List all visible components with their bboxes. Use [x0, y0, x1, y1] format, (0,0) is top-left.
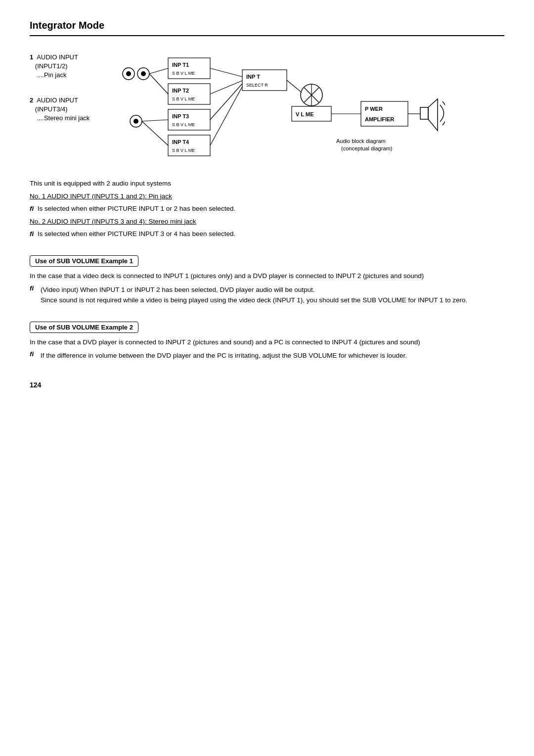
svg-text:S B V L ME: S B V L ME	[172, 96, 195, 101]
svg-line-26	[210, 81, 242, 94]
page-number: 124	[30, 381, 504, 389]
input-1-number: 1	[30, 53, 33, 61]
svg-text:INP T3: INP T3	[172, 113, 189, 119]
page-title: Integrator Mode	[30, 20, 104, 31]
example-1-body: In the case that a video deck is connect…	[30, 271, 504, 282]
example-1-section: Use of SUB VOLUME Example 1 In the case …	[30, 249, 504, 306]
intro-link2: No. 2 AUDIO INPUT (INPUTS 3 and 4): Ster…	[30, 218, 196, 225]
intro-line4: No. 2 AUDIO INPUT (INPUTS 3 and 4): Ster…	[30, 216, 504, 227]
svg-line-28	[210, 87, 242, 145]
intro-link1: No. 1 AUDIO INPUT (INPUTS 1 and 2): Pin …	[30, 192, 172, 200]
intro-line2: No. 1 AUDIO INPUT (INPUTS 1 and 2): Pin …	[30, 191, 504, 202]
example-2-body: In the case that a DVD player is connect…	[30, 337, 504, 348]
example-1-label: Use of SUB VOLUME Example 1	[30, 255, 138, 267]
svg-point-1	[126, 71, 131, 76]
example-2-bullet: fi If the difference in volume between t…	[30, 350, 504, 361]
svg-text:INP T1: INP T1	[172, 62, 189, 68]
input-2-name: AUDIO INPUT	[37, 96, 78, 104]
svg-text:S B V L ME: S B V L ME	[172, 71, 195, 76]
block-diagram: INP T1 S B V L ME INP T2 S B V L ME INP …	[119, 48, 504, 163]
svg-line-19	[149, 74, 168, 94]
svg-text:SELECT R: SELECT R	[246, 83, 268, 88]
example-2-label: Use of SUB VOLUME Example 2	[30, 322, 138, 333]
example-1-bullet-char: fi	[30, 284, 38, 306]
input-label-2: 2 AUDIO INPUT (INPUT3/4) ....Stereo mini…	[30, 96, 109, 123]
svg-rect-39	[361, 101, 408, 126]
svg-rect-42	[420, 107, 428, 119]
example-2-label-box: Use of SUB VOLUME Example 2	[30, 316, 504, 337]
intro-line5: fi Is selected when either PICTURE INPUT…	[30, 229, 504, 239]
svg-point-5	[134, 119, 138, 124]
svg-text:S B V L ME: S B V L ME	[172, 122, 195, 127]
svg-text:INP T4: INP T4	[172, 139, 189, 145]
intro-text-section: This unit is equipped with 2 audio input…	[30, 178, 504, 239]
example-1-continued: Since sound is not required while a vide…	[41, 296, 467, 304]
svg-line-27	[210, 84, 242, 120]
intro-line3: fi Is selected when either PICTURE INPUT…	[30, 203, 504, 214]
svg-marker-43	[428, 99, 438, 131]
input-2-number: 2	[30, 96, 33, 104]
intro-line1: This unit is equipped with 2 audio input…	[30, 178, 504, 189]
svg-text:Audio block diagram: Audio block diagram	[336, 138, 386, 144]
svg-line-20	[142, 120, 168, 121]
input-2-sub2: ....Stereo mini jack	[30, 114, 89, 122]
diagram-section: 1 AUDIO INPUT (INPUT1/2) ....Pin jack 2 …	[30, 48, 504, 163]
svg-text:AMPLIFIER: AMPLIFIER	[365, 116, 394, 122]
svg-line-32	[287, 80, 302, 93]
svg-text:INP T: INP T	[246, 74, 260, 80]
example-1-bullet-text: (Video input) When INPUT 1 or INPUT 2 ha…	[41, 284, 504, 306]
example-2-bullet-text: If the difference in volume between the …	[41, 350, 504, 361]
svg-point-3	[141, 71, 146, 76]
svg-text:V L ME: V L ME	[296, 111, 313, 117]
input-label-1: 1 AUDIO INPUT (INPUT1/2) ....Pin jack	[30, 53, 109, 80]
svg-text:P WER: P WER	[365, 106, 383, 112]
svg-text:S B V L ME: S B V L ME	[172, 148, 195, 153]
page-header: Integrator Mode	[30, 20, 504, 36]
svg-line-21	[142, 121, 168, 145]
example-2-bullet-char: fi	[30, 350, 38, 361]
input-labels: 1 AUDIO INPUT (INPUT1/2) ....Pin jack 2 …	[30, 48, 109, 139]
example-1-bullet: fi (Video input) When INPUT 1 or INPUT 2…	[30, 284, 504, 306]
example-2-section: Use of SUB VOLUME Example 2 In the case …	[30, 316, 504, 361]
input-1-sub1: (INPUT1/2)	[30, 62, 68, 70]
input-1-sub2: ....Pin jack	[30, 71, 66, 79]
svg-text:INP T2: INP T2	[172, 88, 189, 94]
example-1-label-box: Use of SUB VOLUME Example 1	[30, 249, 504, 271]
input-2-sub1: (INPUT3/4)	[30, 105, 68, 113]
diagram-svg: INP T1 S B V L ME INP T2 S B V L ME INP …	[119, 48, 445, 162]
input-1-name: AUDIO INPUT	[37, 53, 78, 61]
svg-line-18	[149, 68, 168, 74]
svg-text:(conceptual diagram): (conceptual diagram)	[341, 145, 392, 151]
svg-line-25	[210, 68, 242, 77]
